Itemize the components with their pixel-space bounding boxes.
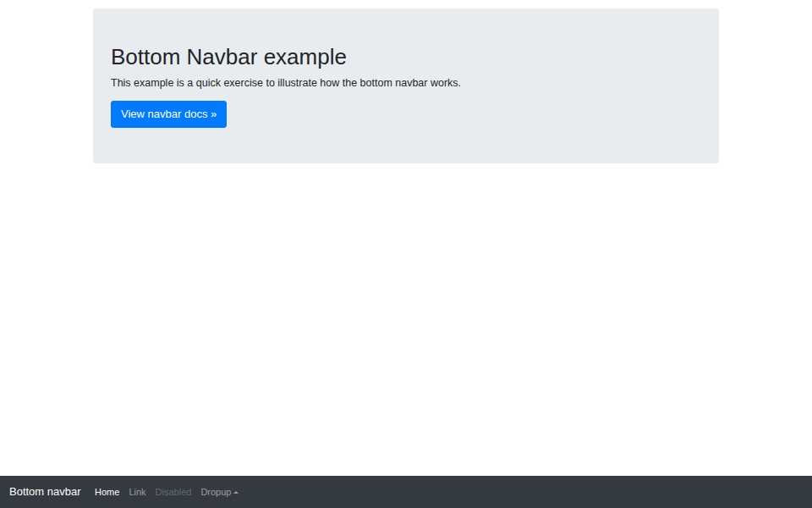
nav-item-link: Link xyxy=(124,481,151,504)
nav-item-dropup: Dropup xyxy=(196,481,244,504)
nav-link-link[interactable]: Link xyxy=(124,481,151,504)
view-navbar-docs-button[interactable]: View navbar docs » xyxy=(111,101,227,129)
nav-link-dropup[interactable]: Dropup xyxy=(196,481,244,504)
bottom-navbar: Bottom navbar Home Link Disabled Dropup xyxy=(0,476,812,508)
navbar-nav: Home Link Disabled Dropup xyxy=(91,481,244,504)
page-title: Bottom Navbar example xyxy=(111,44,701,70)
nav-link-home[interactable]: Home xyxy=(91,481,124,504)
nav-item-home: Home xyxy=(91,481,124,504)
nav-item-disabled: Disabled xyxy=(151,481,196,504)
navbar-brand[interactable]: Bottom navbar xyxy=(9,484,81,500)
caret-up-icon xyxy=(233,491,239,494)
page-description: This example is a quick exercise to illu… xyxy=(111,75,701,91)
main-content: Bottom Navbar example This example is a … xyxy=(0,8,812,163)
nav-link-dropup-label: Dropup xyxy=(200,487,231,497)
nav-link-disabled: Disabled xyxy=(151,481,196,504)
jumbotron: Bottom Navbar example This example is a … xyxy=(93,8,719,163)
